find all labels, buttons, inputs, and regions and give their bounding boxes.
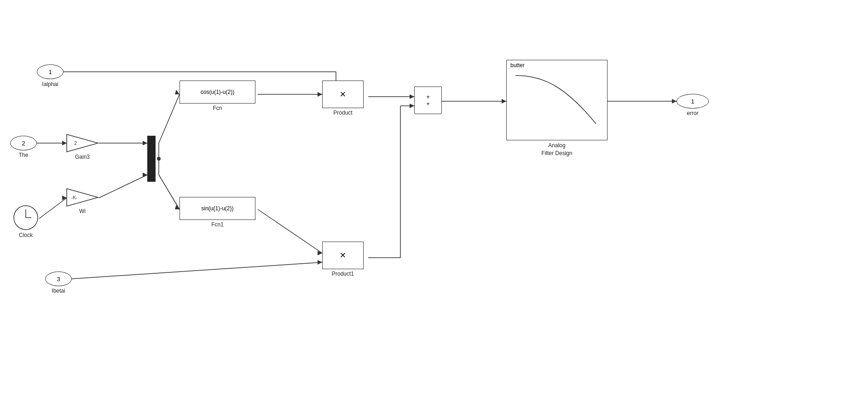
ialphai-block[interactable]: 1 xyxy=(37,64,64,79)
svg-marker-14 xyxy=(175,205,179,209)
ialphai-label: Ialphai xyxy=(37,81,64,87)
filter-top-label: butter xyxy=(509,62,605,69)
svg-marker-18 xyxy=(318,92,322,97)
ialphai-value: 1 xyxy=(48,69,52,75)
svg-text:2: 2 xyxy=(74,140,77,146)
svg-marker-6 xyxy=(143,141,147,145)
svg-line-11 xyxy=(159,94,179,143)
product1-symbol: × xyxy=(340,249,346,261)
svg-line-21 xyxy=(71,262,322,279)
ibetai-block[interactable]: 3 xyxy=(45,271,72,286)
mux-block[interactable] xyxy=(147,136,156,182)
error-block[interactable]: 1 xyxy=(677,94,709,109)
fcn-block[interactable]: cos(u(1)-u(2)) xyxy=(179,81,255,104)
fcn1-block[interactable]: sin(u(1)-u(2)) xyxy=(179,197,255,220)
product-symbol: × xyxy=(340,88,346,100)
fcn1-label: Fcn1 xyxy=(179,221,255,228)
svg-text:-K-: -K- xyxy=(71,195,77,200)
wi-label: Wi xyxy=(66,208,99,214)
svg-marker-32 xyxy=(672,99,677,104)
svg-marker-22 xyxy=(318,260,322,265)
gain3-block[interactable]: 2 xyxy=(66,133,99,153)
svg-marker-28 xyxy=(410,104,414,108)
wi-shape: -K- xyxy=(66,188,99,207)
svg-marker-12 xyxy=(175,90,179,94)
fcn-expr: cos(u(1)-u(2)) xyxy=(201,89,234,95)
fcn1-expr: sin(u(1)-u(2)) xyxy=(201,205,233,212)
svg-marker-24 xyxy=(410,94,414,99)
sum-block[interactable]: + + xyxy=(414,87,442,114)
ibetai-value: 3 xyxy=(57,276,60,283)
the-block[interactable]: 2 xyxy=(10,136,37,150)
svg-line-13 xyxy=(159,175,179,209)
sum-symbol: + + xyxy=(426,93,430,107)
svg-marker-20 xyxy=(318,251,322,255)
svg-line-7 xyxy=(39,198,67,219)
gain3-shape: 2 xyxy=(66,133,99,153)
the-label: The xyxy=(10,152,37,158)
the-value: 2 xyxy=(22,140,25,147)
analog-filter-block[interactable]: butter xyxy=(506,60,608,140)
svg-marker-10 xyxy=(143,173,147,177)
product1-block[interactable]: × xyxy=(322,242,364,269)
svg-point-15 xyxy=(157,157,161,161)
svg-marker-36 xyxy=(67,134,98,152)
clock-icon xyxy=(13,205,39,231)
analog-filter-label: AnalogFilter Design xyxy=(506,142,608,157)
error-label: error xyxy=(677,110,709,116)
product-label: Product xyxy=(322,110,364,116)
svg-line-9 xyxy=(99,175,147,198)
clock-label: Clock xyxy=(13,232,39,238)
fcn-label: Fcn xyxy=(179,105,255,111)
svg-line-19 xyxy=(258,209,322,253)
simulink-diagram: 1 Ialphai 2 The Clock 3 Ibetai 2 Gain3 -… xyxy=(0,0,868,404)
diagram-svg xyxy=(0,0,868,404)
error-value: 1 xyxy=(691,98,694,105)
wi-block[interactable]: -K- xyxy=(66,188,99,207)
clock-block[interactable] xyxy=(13,205,39,231)
product1-label: Product1 xyxy=(322,271,364,277)
filter-curve xyxy=(511,69,603,128)
product-block[interactable]: × xyxy=(322,81,364,108)
gain3-label: Gain3 xyxy=(66,154,99,160)
ibetai-label: Ibetai xyxy=(45,288,72,294)
svg-marker-30 xyxy=(502,99,506,104)
